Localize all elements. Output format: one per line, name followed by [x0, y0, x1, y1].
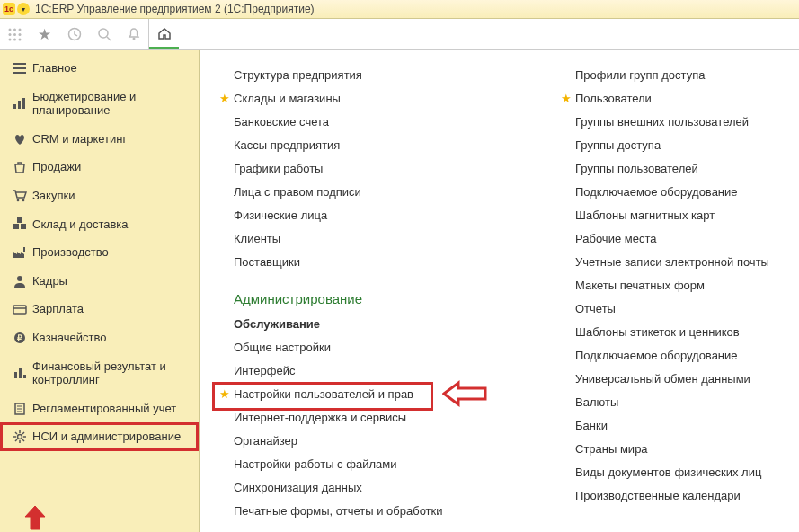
nav-link[interactable]: Интернет-поддержка и сервисы: [234, 411, 406, 424]
cart-icon: [13, 190, 32, 202]
nav-link[interactable]: Банковские счета: [234, 115, 329, 129]
nav-link[interactable]: Общие настройки: [234, 341, 331, 354]
star-icon: ★: [219, 387, 234, 401]
apps-grid-icon[interactable]: [0, 19, 30, 49]
top-toolbar: ★: [0, 19, 799, 50]
nav-link[interactable]: Шаблоны магнитных карт: [575, 208, 715, 222]
sidebar-item-7[interactable]: Кадры: [0, 267, 199, 296]
nav-link[interactable]: Профили групп доступа: [575, 68, 705, 82]
link-row: Структура предприятия: [219, 63, 561, 86]
nav-link[interactable]: Учетные записи электронной почты: [575, 255, 769, 269]
sidebar-item-label: Регламентированный учет: [32, 402, 191, 416]
svg-point-25: [17, 276, 22, 281]
history-icon[interactable]: [59, 19, 89, 49]
nav-link[interactable]: Настройки пользователей и прав: [234, 387, 413, 401]
window-title: 1С:ERP Управление предприятием 2 (1С:Пре…: [35, 3, 315, 15]
nav-link[interactable]: Графики работы: [234, 162, 323, 175]
nav-link[interactable]: Валюты: [575, 395, 618, 409]
svg-point-8: [19, 38, 22, 40]
sidebar-item-6[interactable]: Производство: [0, 238, 199, 267]
link-row: Интернет-поддержка и сервисы: [219, 405, 561, 429]
sidebar-item-0[interactable]: Главное: [0, 54, 199, 83]
link-row: Графики работы: [219, 156, 561, 180]
sidebar-item-10[interactable]: Финансовый результат и контроллинг: [0, 352, 199, 395]
svg-rect-16: [13, 104, 16, 109]
svg-point-5: [19, 33, 22, 36]
home-tab[interactable]: [149, 19, 179, 49]
sidebar-item-3[interactable]: Продажи: [0, 153, 199, 182]
svg-point-0: [9, 28, 12, 31]
svg-line-43: [22, 439, 24, 441]
link-row: Универсальный обмен данными: [561, 367, 795, 390]
title-bar: 1с ▾ 1С:ERP Управление предприятием 2 (1…: [0, 0, 799, 19]
svg-rect-30: [14, 372, 17, 378]
content-column-2: Профили групп доступа★ПользователиГруппы…: [561, 63, 795, 532]
sidebar-item-8[interactable]: Зарплата: [0, 295, 199, 324]
sidebar-item-9[interactable]: ₽Казначейство: [0, 324, 199, 352]
nav-link[interactable]: Производственные календари: [575, 489, 741, 502]
nav-link[interactable]: Универсальный обмен данными: [575, 372, 750, 386]
sidebar-item-2[interactable]: CRM и маркетинг: [0, 125, 199, 154]
nav-link[interactable]: Синхронизация данных: [234, 481, 362, 494]
svg-point-10: [99, 29, 108, 38]
nav-link[interactable]: Поставщики: [234, 255, 300, 269]
search-icon[interactable]: [89, 19, 119, 49]
nav-link[interactable]: Настройки работы с файлами: [234, 457, 396, 471]
nav-link[interactable]: Рабочие места: [575, 232, 656, 245]
nav-link[interactable]: Органайзер: [234, 434, 297, 448]
svg-rect-32: [23, 375, 26, 378]
link-row: ★Пользователи: [561, 86, 795, 110]
link-row: Банки: [561, 413, 795, 437]
bell-icon[interactable]: [119, 19, 148, 49]
nav-link[interactable]: Отчеты: [575, 302, 616, 315]
link-row: Подключаемое оборудование: [561, 180, 795, 203]
nav-link[interactable]: Группы внешних пользователей: [575, 115, 749, 129]
sidebar-item-12[interactable]: НСИ и администрирование: [0, 422, 199, 451]
nav-link[interactable]: Группы пользователей: [575, 162, 698, 175]
link-row: Валюты: [561, 390, 795, 413]
nav-link[interactable]: Подключаемое оборудование: [575, 185, 738, 199]
doc-icon: [13, 403, 32, 415]
svg-point-6: [9, 38, 12, 40]
svg-point-19: [17, 199, 20, 201]
nav-link[interactable]: Пользователи: [575, 92, 652, 105]
nav-link[interactable]: Подключаемое оборудование: [575, 349, 738, 362]
nav-link[interactable]: Лица с правом подписи: [234, 185, 361, 199]
nav-link[interactable]: Банки: [575, 419, 608, 432]
nav-link[interactable]: Обслуживание: [234, 317, 320, 331]
star-icon[interactable]: ★: [30, 19, 59, 49]
gear-icon: [13, 430, 32, 443]
svg-point-12: [132, 38, 135, 40]
sidebar-item-4[interactable]: Закупки: [0, 182, 199, 210]
nav-link[interactable]: Страны мира: [575, 442, 648, 456]
sidebar-item-11[interactable]: Регламентированный учет: [0, 395, 199, 423]
sidebar-item-label: Производство: [32, 245, 191, 260]
nav-link[interactable]: Макеты печатных форм: [575, 279, 705, 292]
link-row: Обслуживание: [219, 312, 561, 335]
svg-point-1: [13, 28, 16, 31]
nav-link[interactable]: Печатные формы, отчеты и обработки: [234, 504, 443, 518]
link-row: Клиенты: [219, 226, 561, 250]
nav-link[interactable]: Группы доступа: [575, 138, 661, 152]
sidebar-item-1[interactable]: Бюджетирование и планирование: [0, 83, 199, 125]
link-row: Органайзер: [219, 429, 561, 452]
nav-link[interactable]: Клиенты: [234, 232, 280, 245]
nav-link[interactable]: Склады и магазины: [234, 92, 341, 105]
sidebar-item-5[interactable]: Склад и доставка: [0, 210, 199, 239]
link-row: Настройки работы с файлами: [219, 452, 561, 475]
menu-icon: [13, 62, 32, 75]
nav-link[interactable]: Шаблоны этикеток и ценников: [575, 325, 740, 339]
app-menu-dropdown[interactable]: ▾: [17, 3, 30, 15]
nav-link[interactable]: Физические лица: [234, 208, 327, 222]
link-row: Отчеты: [561, 297, 795, 320]
link-row: ★Склады и магазины: [219, 86, 561, 110]
link-row: Печатные формы, отчеты и обработки: [219, 499, 561, 522]
nav-link[interactable]: Виды документов физических лиц: [575, 466, 761, 479]
nav-link[interactable]: Интерфейс: [234, 364, 295, 377]
nav-link[interactable]: Кассы предприятия: [234, 138, 340, 152]
link-row: Группы пользователей: [561, 156, 795, 180]
svg-point-2: [19, 28, 22, 31]
nav-link[interactable]: Структура предприятия: [234, 68, 362, 82]
svg-rect-22: [21, 224, 26, 229]
bars-icon: [13, 97, 32, 110]
